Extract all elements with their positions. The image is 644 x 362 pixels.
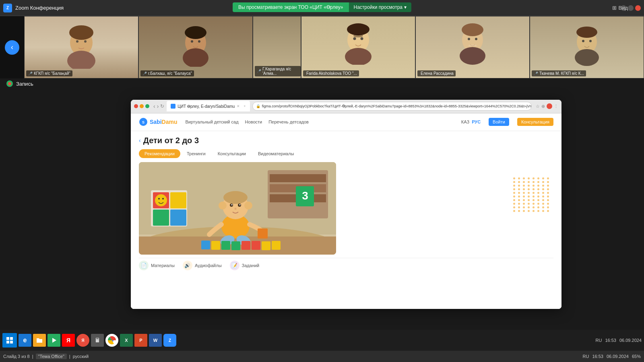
dot-item — [537, 192, 539, 194]
browser-maximize[interactable] — [145, 104, 149, 108]
lang-kaz-btn[interactable]: КАЗ — [461, 119, 469, 124]
dot-item — [528, 210, 530, 212]
dot-item — [523, 203, 525, 205]
dot-item — [513, 199, 515, 201]
browser-close[interactable] — [134, 104, 138, 108]
dot-item — [537, 195, 539, 197]
participants-back-button[interactable]: ‹ — [0, 16, 24, 78]
dot-item — [518, 192, 520, 194]
nav-news[interactable]: Новости — [245, 119, 262, 124]
nav-list[interactable]: Перечень детсадов — [268, 119, 309, 124]
participant-6-label: 🎤 Ткачева М. КГКП я/с К... — [532, 70, 586, 76]
hero-image: 3 — [139, 162, 336, 255]
login-button[interactable]: Войти — [489, 118, 509, 126]
dot-item — [528, 185, 530, 187]
ie-button[interactable]: e — [19, 334, 31, 347]
share-settings-button[interactable]: Настройки просмотра ▾ — [349, 2, 411, 12]
yandex-button[interactable]: Я — [62, 334, 75, 347]
svg-point-54 — [235, 208, 237, 210]
zoom-taskbar-button[interactable]: Z — [163, 334, 176, 347]
dot-item — [537, 206, 539, 208]
browser-tab[interactable]: ЦИТ Өрлеу, Е-daryn/SabiDamu ✕ + — [167, 101, 250, 111]
dot-item — [518, 177, 520, 179]
svg-rect-43 — [170, 210, 186, 226]
browser-reload-btn[interactable]: ↻ — [160, 103, 164, 109]
svg-rect-60 — [201, 241, 210, 249]
tab-videos[interactable]: Видеоматериалы — [252, 149, 299, 158]
browser-back-btn[interactable]: ‹ — [153, 103, 155, 109]
dot-item — [513, 177, 515, 179]
svg-point-52 — [231, 204, 233, 205]
svg-rect-59 — [258, 228, 268, 239]
browser-extension-icon[interactable]: ⊕ — [541, 104, 545, 109]
materials-item[interactable]: 📄 Материалы — [139, 261, 175, 270]
svg-point-55 — [219, 202, 227, 210]
windows-start-button[interactable] — [2, 333, 17, 348]
dot-item — [518, 206, 520, 208]
files-button[interactable] — [33, 334, 46, 347]
svg-point-53 — [239, 204, 241, 205]
recording-label: Запись — [16, 81, 33, 87]
dot-item — [523, 206, 525, 208]
dot-item — [537, 177, 539, 179]
svg-rect-62 — [221, 241, 230, 250]
browser-bookmark-icon[interactable]: ☆ — [536, 104, 540, 109]
mic-muted-icon-6: 🎤 — [534, 72, 538, 76]
maximize-button[interactable] — [628, 5, 634, 11]
svg-rect-21 — [469, 45, 477, 46]
dot-item — [528, 177, 530, 179]
participant-tile-4: Farida Aksholakova ТОО "... — [301, 16, 415, 78]
dot-item — [533, 181, 535, 183]
media-player-button[interactable] — [47, 334, 60, 347]
audiofiles-item[interactable]: 🔊 Аудиофайлы — [183, 261, 222, 270]
browser-menu-icon[interactable]: ⋮ — [554, 104, 558, 109]
participant-tile-6: 🎤 Ткачева М. КГКП я/с К... — [530, 16, 644, 78]
tab-recommendations[interactable]: Рекомендации — [139, 149, 180, 158]
tab-trainings[interactable]: Тренинги — [181, 149, 211, 158]
materials-label: Материалы — [151, 263, 175, 268]
dot-item — [537, 188, 539, 190]
svg-rect-63 — [231, 241, 240, 250]
browser-forward-btn[interactable]: › — [157, 103, 159, 109]
consult-button[interactable]: Консультация — [517, 118, 553, 126]
tasks-label: Заданий — [242, 263, 260, 268]
recording-bar: Запись — [6, 80, 33, 87]
close-button[interactable] — [635, 5, 641, 11]
page-title: Дети от 2 до 3 — [143, 136, 199, 145]
word-button[interactable]: W — [149, 334, 162, 347]
lang-rus-btn[interactable]: РУС — [472, 119, 481, 124]
dot-item — [533, 192, 535, 194]
dot-item — [518, 195, 520, 197]
calculator-button[interactable]: 🖩 — [91, 334, 104, 347]
dot-item — [547, 185, 549, 187]
chrome-button[interactable] — [105, 334, 118, 347]
nav-virtual-garden[interactable]: Виртуальный детский сад — [185, 119, 238, 124]
powerpoint-button[interactable]: P — [134, 334, 147, 347]
yandex-browser-button[interactable]: Я — [76, 334, 89, 347]
dot-item — [513, 181, 515, 183]
mic-muted-icon-1: 🎤 — [28, 72, 33, 76]
browser-minimize[interactable] — [140, 104, 144, 108]
content-area: 3 — [139, 162, 553, 255]
excel-button[interactable]: X — [120, 334, 133, 347]
svg-rect-41 — [170, 192, 186, 208]
dot-item — [513, 188, 515, 190]
svg-point-14 — [361, 37, 363, 40]
dot-item — [533, 177, 535, 179]
tab-consultations[interactable]: Консультации — [212, 149, 252, 158]
browser-window: ‹ › ↻ ЦИТ Өрлеу, Е-daryn/SabiDamu ✕ + 🔒 … — [131, 100, 561, 309]
dot-item — [523, 177, 525, 179]
address-bar[interactable]: 🔒 figma.com/proto/fOXNbqiyOj3PobkbocTkaT… — [252, 102, 532, 111]
svg-rect-65 — [252, 241, 260, 250]
back-nav-button[interactable]: ‹ — [139, 137, 141, 144]
participant-tile-3: 🎤 Г.Кaраганда я/с 'Алма... — [253, 16, 301, 78]
dot-item — [528, 181, 530, 183]
dot-item — [547, 195, 549, 197]
tasks-item[interactable]: 📝 Заданий — [230, 261, 260, 270]
tab-bar: Рекомендации Тренинги Консультации Видео… — [139, 149, 553, 158]
new-tab-btn[interactable]: + — [244, 104, 246, 108]
browser-security-icon — [547, 103, 552, 109]
svg-rect-66 — [262, 241, 270, 250]
svg-point-9 — [198, 40, 200, 43]
svg-rect-67 — [272, 241, 281, 250]
